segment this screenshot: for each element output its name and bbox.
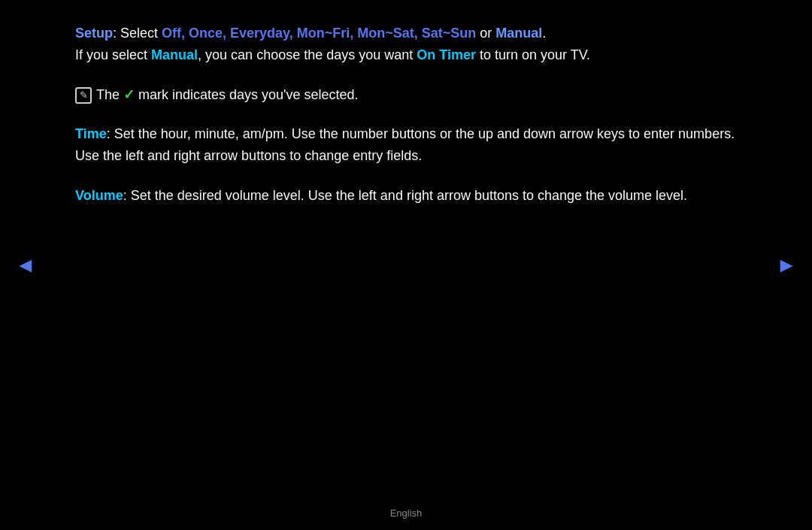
nav-arrow-left[interactable]: ◄ [15,253,36,277]
on-timer-highlight: On Timer [417,47,476,62]
main-content: Setup: Select Off, Once, Everyday, Mon~F… [75,15,737,232]
setup-paragraph: Setup: Select Off, Once, Everyday, Mon~F… [75,23,737,66]
footer-language: English [390,507,423,519]
note-rest: mark indicates days you've selected. [135,87,359,102]
line2-end: to turn on your TV. [476,47,590,62]
note-icon: ✎ [75,87,92,104]
setup-colon: : Select [113,26,162,41]
time-paragraph: Time: Set the hour, minute, am/pm. Use t… [75,123,737,167]
manual-highlight: Manual [151,47,198,62]
nav-arrow-right[interactable]: ► [776,253,797,277]
line2-start: If you select [75,47,151,62]
volume-body: : Set the desired volume level. Use the … [123,188,687,203]
line2-middle: , you can choose the days you want [198,47,417,62]
time-label: Time [75,126,107,141]
setup-label: Setup [75,26,113,41]
setup-manual: Manual [495,26,542,41]
setup-or: or [476,26,495,41]
note-text: The ✓ mark indicates days you've selecte… [96,84,737,106]
note-line: ✎ The ✓ mark indicates days you've selec… [75,84,737,106]
time-body: : Set the hour, minute, am/pm. Use the n… [75,126,735,163]
volume-paragraph: Volume: Set the desired volume level. Us… [75,185,737,207]
note-the: The [96,87,123,102]
setup-period: . [542,26,546,41]
check-mark: ✓ [123,87,135,102]
setup-options: Off, Once, Everyday, Mon~Fri, Mon~Sat, S… [162,26,476,41]
volume-label: Volume [75,188,123,203]
